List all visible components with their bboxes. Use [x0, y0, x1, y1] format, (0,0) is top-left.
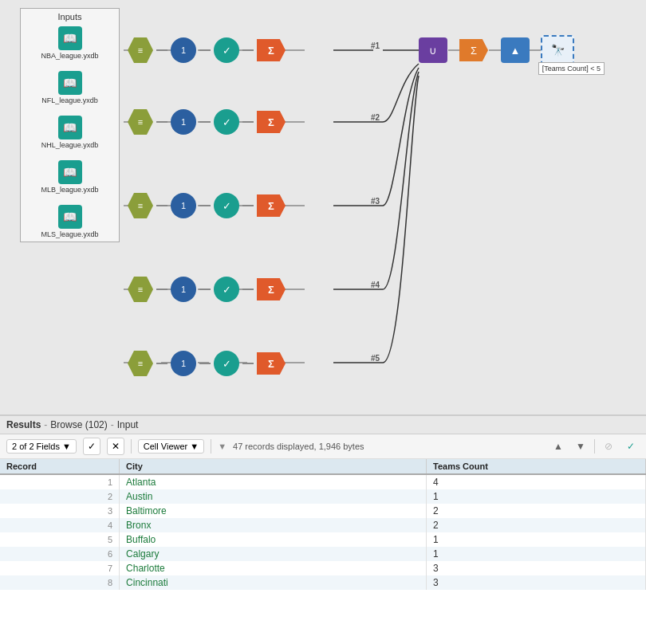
filter-node-final[interactable]: ▲ — [501, 37, 530, 63]
cell-viewer-dropdown-icon: ▼ — [190, 442, 199, 451]
table-row[interactable]: 2 Austin 1 — [0, 489, 646, 504]
formula-node-5[interactable]: 1 — [171, 351, 196, 376]
cell-teams-count: 2 — [427, 504, 646, 518]
formula-node-2[interactable]: 1 — [171, 109, 196, 135]
mlb-label: MLB_league.yxdb — [41, 186, 98, 194]
cell-teams-count: 1 — [427, 489, 646, 504]
formula-node-1[interactable]: 1 — [171, 37, 196, 63]
filter-node-5[interactable]: ✓ — [214, 351, 239, 376]
select-node-5[interactable]: ≡ — [128, 351, 153, 376]
results-header: Results - Browse (102) - Input — [0, 416, 646, 434]
filter-node-1[interactable]: ✓ — [214, 37, 239, 63]
mlb-book-icon: 📖 — [58, 160, 82, 184]
cell-record: 8 — [0, 575, 120, 590]
mls-book-icon: 📖 — [58, 205, 82, 229]
fields-selector[interactable]: 2 of 2 Fields ▼ — [6, 439, 77, 454]
pipe-num-1: #1 — [371, 41, 380, 50]
nhl-book-icon: 📖 — [58, 116, 82, 139]
filter-node-4[interactable]: ✓ — [214, 277, 239, 302]
filter-icon-area: ▼ — [218, 442, 226, 451]
toolbar-right: ▲ ▼ ⊘ ✓ — [549, 438, 640, 455]
cell-teams-count: 3 — [427, 561, 646, 575]
col-city[interactable]: City — [120, 459, 427, 474]
cell-city: Buffalo — [120, 532, 427, 547]
table-row[interactable]: 4 Bronx 2 — [0, 518, 646, 532]
summarize-node-4[interactable]: Σ — [257, 278, 286, 300]
formula-node-4[interactable]: 1 — [171, 277, 196, 302]
summarize-node-3[interactable]: Σ — [257, 194, 286, 217]
table-row[interactable]: 7 Charlotte 3 — [0, 561, 646, 575]
union-node[interactable]: ∪ — [419, 37, 447, 63]
cell-viewer-label: Cell Viewer — [144, 442, 187, 451]
pipeline-row4: ≡ 1 ✓ Σ — [128, 277, 286, 302]
results-title: Results — [6, 419, 41, 430]
cell-city: Calgary — [120, 547, 427, 561]
cell-viewer-btn[interactable]: Cell Viewer ▼ — [138, 439, 204, 454]
pipeline-row2: ≡ 1 ✓ Σ — [128, 109, 286, 135]
browse-node[interactable]: 🔭 — [541, 35, 574, 65]
nfl-label: NFL_league.yxdb — [41, 96, 98, 104]
input-label: Input — [117, 419, 139, 430]
fields-label: 2 of 2 Fields — [12, 442, 60, 451]
summarize-node-5[interactable]: Σ — [257, 352, 286, 375]
separator-2 — [211, 439, 211, 454]
pipeline-row3: ≡ 1 ✓ Σ — [128, 193, 286, 218]
table-row[interactable]: 8 Cincinnati 3 — [0, 575, 646, 590]
table-row[interactable]: 5 Buffalo 1 — [0, 532, 646, 547]
pipeline-row5: ≡ 1 ✓ Σ — [128, 351, 286, 376]
cell-record: 1 — [0, 474, 120, 489]
browse-label: Browse (102) — [50, 419, 107, 430]
nba-book-icon: 📖 — [58, 26, 82, 50]
nba-node[interactable]: 📖 NBA_league.yxdb — [24, 26, 116, 60]
cell-teams-count: 3 — [427, 575, 646, 590]
cell-record: 6 — [0, 547, 120, 561]
mlb-node[interactable]: 📖 MLB_league.yxdb — [24, 160, 116, 194]
filter-node-3[interactable]: ✓ — [214, 193, 239, 218]
cell-teams-count: 4 — [427, 474, 646, 489]
col-record[interactable]: Record — [0, 459, 120, 474]
filter-icon: ▼ — [218, 442, 226, 451]
formula-node-3[interactable]: 1 — [171, 193, 196, 218]
sort-up-btn[interactable]: ▲ — [549, 438, 567, 455]
inputs-title: Inputs — [24, 12, 116, 22]
sort-down-btn[interactable]: ▼ — [572, 438, 589, 455]
cell-city: Atlanta — [120, 474, 427, 489]
confirm-btn[interactable]: ✓ — [622, 438, 640, 455]
cell-city: Baltimore — [120, 504, 427, 518]
cell-city: Bronx — [120, 518, 427, 532]
nhl-node[interactable]: 📖 NHL_league.yxdb — [24, 116, 116, 149]
cell-teams-count: 1 — [427, 547, 646, 561]
cell-city: Cincinnati — [120, 575, 427, 590]
pipe-num-4: #4 — [371, 281, 380, 289]
summarize-node-final[interactable]: Σ — [459, 39, 488, 61]
check-btn[interactable]: ✓ — [83, 438, 100, 455]
col-teams-count[interactable]: Teams Count — [427, 459, 646, 474]
results-table: Record City Teams Count 1 Atlanta 4 2 Au… — [0, 459, 646, 644]
nfl-node[interactable]: 📖 NFL_league.yxdb — [24, 71, 116, 104]
results-toolbar: 2 of 2 Fields ▼ ✓ ✕ Cell Viewer ▼ ▼ 47 r… — [0, 434, 646, 459]
table-row[interactable]: 3 Baltimore 2 — [0, 504, 646, 518]
separator-1 — [131, 439, 132, 454]
table-row[interactable]: 1 Atlanta 4 — [0, 474, 646, 489]
select-node-1[interactable]: ≡ — [128, 37, 153, 63]
select-node-4[interactable]: ≡ — [128, 277, 153, 302]
results-panel: Results - Browse (102) - Input 2 of 2 Fi… — [0, 414, 646, 644]
filter-label: [Teams Count] < 5 — [538, 62, 605, 75]
mls-node[interactable]: 📖 MLS_league.yxdb — [24, 205, 116, 238]
select-node-2[interactable]: ≡ — [128, 109, 153, 135]
pipeline-row1: ≡ 1 ✓ Σ — [128, 37, 286, 63]
pipe-num-2: #2 — [371, 113, 380, 122]
summarize-node-1[interactable]: Σ — [257, 39, 286, 61]
filter-node-2[interactable]: ✓ — [214, 109, 239, 135]
pipe-num-3: #3 — [371, 197, 380, 206]
mls-label: MLS_league.yxdb — [41, 230, 98, 238]
table-row[interactable]: 6 Calgary 1 — [0, 547, 646, 561]
select-node-3[interactable]: ≡ — [128, 193, 153, 218]
nhl-label: NHL_league.yxdb — [41, 141, 99, 149]
fields-dropdown-icon: ▼ — [62, 442, 71, 451]
summarize-node-2[interactable]: Σ — [257, 111, 286, 133]
disable-btn[interactable]: ⊘ — [600, 438, 617, 455]
cell-record: 7 — [0, 561, 120, 575]
x-btn[interactable]: ✕ — [107, 438, 124, 455]
records-info: 47 records displayed, 1,946 bytes — [233, 442, 364, 451]
